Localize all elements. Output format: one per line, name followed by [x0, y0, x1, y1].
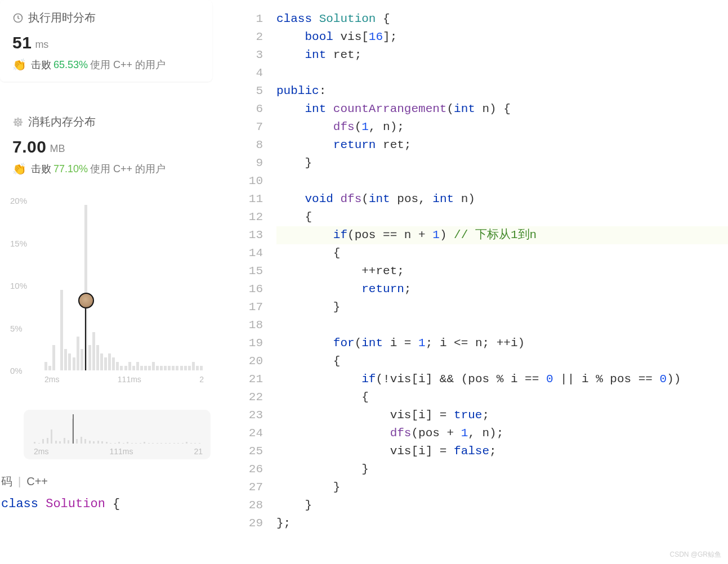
code-line[interactable]: bool vis[16];	[276, 28, 728, 46]
code-line[interactable]: {	[276, 352, 728, 370]
mini-chart-bar[interactable]	[84, 439, 86, 444]
chart-bar[interactable]	[96, 345, 99, 370]
code-line[interactable]: {	[276, 244, 728, 262]
chart-bar[interactable]	[168, 366, 171, 370]
code-line[interactable]: {	[276, 388, 728, 406]
code-line[interactable]: dfs(1, n);	[276, 118, 728, 136]
chart-bar[interactable]	[180, 366, 183, 370]
code-line[interactable]	[276, 316, 728, 334]
chart-bar[interactable]	[200, 366, 203, 370]
code-line[interactable]: {	[276, 208, 728, 226]
mini-chart-bar[interactable]	[160, 443, 162, 444]
code-line[interactable]: public:	[276, 82, 728, 100]
chart-bar[interactable]	[100, 353, 103, 370]
code-line[interactable]: if(!vis[i] && (pos % i == 0 || i % pos =…	[276, 370, 728, 388]
chart-bar[interactable]	[128, 362, 131, 370]
mini-chart-bar[interactable]	[55, 441, 57, 444]
code-line[interactable]: }	[276, 496, 728, 514]
mini-chart-bar[interactable]	[152, 443, 154, 444]
chart-bar[interactable]	[196, 366, 199, 370]
mini-chart-bar[interactable]	[173, 443, 175, 444]
mini-chart-bar[interactable]	[182, 443, 184, 444]
mini-chart-bar[interactable]	[106, 442, 108, 444]
code-editor[interactable]: 1234567891011121314151617181920212223242…	[221, 0, 728, 564]
mini-chart-bar[interactable]	[34, 442, 35, 444]
code-line[interactable]: void dfs(int pos, int n)	[276, 190, 728, 208]
mini-chart-bar[interactable]	[81, 437, 82, 444]
code-line[interactable]	[276, 172, 728, 190]
mini-chart-bar[interactable]	[140, 443, 141, 444]
mini-chart-bar[interactable]	[169, 443, 171, 444]
code-line[interactable]: ++ret;	[276, 262, 728, 280]
chart-bar[interactable]	[48, 366, 51, 370]
mini-chart-bar[interactable]	[51, 429, 52, 444]
chart-bar[interactable]	[60, 290, 63, 370]
mini-chart-bar[interactable]	[68, 440, 69, 444]
code-line[interactable]: int ret;	[276, 46, 728, 64]
code-line[interactable]: return ret;	[276, 136, 728, 154]
chart-bar[interactable]	[92, 332, 95, 370]
mini-chart-bar[interactable]	[64, 438, 65, 444]
mini-chart-bar[interactable]	[89, 441, 91, 444]
chart-bar[interactable]	[120, 366, 123, 370]
chart-bar[interactable]	[132, 366, 135, 370]
chart-bar[interactable]	[116, 362, 119, 370]
chart-bar[interactable]	[44, 362, 47, 370]
mini-chart-bar[interactable]	[131, 443, 133, 444]
mini-chart-bar[interactable]	[199, 443, 200, 444]
code-line[interactable]	[276, 64, 728, 82]
code-line[interactable]: int countArrangement(int n) {	[276, 100, 728, 118]
chart-bar[interactable]	[152, 362, 155, 370]
chart-bar[interactable]	[104, 357, 107, 370]
chart-bar[interactable]	[192, 362, 195, 370]
chart-bar[interactable]	[136, 362, 139, 370]
mini-chart-bar[interactable]	[47, 438, 48, 444]
code-line[interactable]: for(int i = 1; i <= n; ++i)	[276, 334, 728, 352]
chart-brush[interactable]: 2ms111ms21	[24, 410, 211, 459]
chart-bar[interactable]	[160, 366, 163, 370]
mini-chart-bar[interactable]	[194, 443, 196, 444]
chart-bar[interactable]	[172, 366, 175, 370]
chart-bar[interactable]	[140, 366, 143, 370]
mini-chart-bar[interactable]	[135, 443, 137, 444]
code-line[interactable]: }	[276, 478, 728, 496]
mini-chart-bar[interactable]	[110, 443, 111, 444]
code-line[interactable]: vis[i] = false;	[276, 442, 728, 460]
mini-chart-bar[interactable]	[123, 443, 124, 444]
runtime-distribution-chart[interactable]: 0%5%10%15%20% 2ms111ms2	[14, 200, 211, 403]
chart-bar[interactable]	[148, 366, 151, 370]
mini-chart-bar[interactable]	[118, 442, 120, 444]
language-label[interactable]: C++	[26, 475, 48, 488]
code-line[interactable]: class Solution {	[276, 10, 728, 28]
chart-bar[interactable]	[77, 337, 79, 370]
chart-bar[interactable]	[88, 345, 91, 370]
code-area[interactable]: class Solution { bool vis[16]; int ret;p…	[272, 0, 728, 532]
code-line[interactable]: }	[276, 298, 728, 316]
chart-bar[interactable]	[144, 366, 147, 370]
chart-bar[interactable]	[184, 366, 187, 370]
code-line[interactable]: };	[276, 514, 728, 532]
mini-chart-bar[interactable]	[97, 441, 99, 444]
chart-bar[interactable]	[124, 366, 127, 370]
mini-chart-bar[interactable]	[114, 443, 116, 444]
code-line[interactable]: }	[276, 460, 728, 478]
mini-chart-bar[interactable]	[144, 442, 145, 444]
mini-chart-bar[interactable]	[186, 442, 187, 444]
chart-bar[interactable]	[176, 366, 178, 370]
mini-chart-bar[interactable]	[38, 443, 40, 444]
chart-bar[interactable]	[164, 366, 167, 370]
mini-chart-bar[interactable]	[127, 442, 128, 444]
mini-chart-bar[interactable]	[59, 441, 61, 444]
mini-chart-bar[interactable]	[101, 441, 103, 444]
chart-bar[interactable]	[68, 353, 71, 370]
mini-chart-bar[interactable]	[190, 443, 192, 444]
chart-bar[interactable]	[108, 353, 111, 370]
chart-bar[interactable]	[188, 366, 191, 370]
memory-card[interactable]: 消耗内存分布 7.00 MB 👏 击败 77.10% 使用 C++ 的用户	[0, 104, 212, 186]
brush-marker[interactable]	[73, 414, 74, 444]
chart-bar[interactable]	[52, 345, 55, 370]
code-line[interactable]: dfs(pos + 1, n);	[276, 424, 728, 442]
chart-bar[interactable]	[112, 357, 115, 370]
mini-chart-bar[interactable]	[93, 441, 95, 444]
chart-bar[interactable]	[64, 349, 67, 370]
